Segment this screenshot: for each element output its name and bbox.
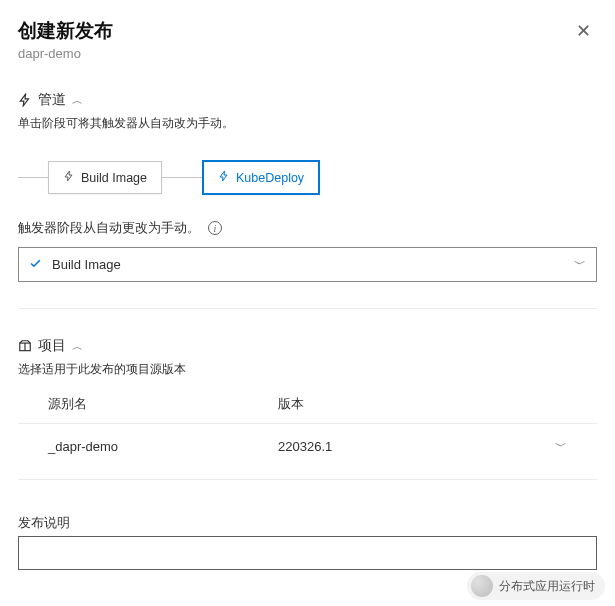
stage-label: KubeDeploy: [236, 171, 304, 185]
package-icon: [18, 339, 32, 353]
footer-badge: 分布式应用运行时: [467, 572, 605, 600]
release-desc-input[interactable]: [18, 536, 597, 570]
project-desc: 选择适用于此发布的项目源版本: [18, 361, 597, 378]
chevron-down-icon: ﹀: [574, 256, 586, 273]
version-cell: 220326.1: [278, 439, 537, 454]
chevron-down-icon[interactable]: ﹀: [555, 439, 567, 453]
project-section-header[interactable]: 项目 ︿: [18, 337, 597, 355]
chevron-up-icon: ︿: [72, 339, 83, 354]
bolt-icon: [18, 93, 32, 107]
col-version-header: 版本: [278, 396, 537, 413]
panel-subtitle: dapr-demo: [18, 46, 113, 61]
col-alias-header: 源别名: [48, 396, 278, 413]
trigger-change-label: 触发器阶段从自动更改为手动。: [18, 219, 200, 237]
panel-title: 创建新发布: [18, 18, 113, 44]
bolt-icon: [63, 170, 75, 185]
chevron-up-icon: ︿: [72, 93, 83, 108]
pipeline-stages: Build Image KubeDeploy: [18, 160, 597, 195]
check-icon: [29, 257, 42, 273]
bolt-icon: [218, 170, 230, 185]
stage-kubedeploy[interactable]: KubeDeploy: [202, 160, 320, 195]
pipeline-section-header[interactable]: 管道 ︿: [18, 91, 597, 109]
source-alias-cell: _dapr-demo: [48, 439, 278, 454]
close-icon[interactable]: ✕: [570, 18, 597, 44]
stage-build-image[interactable]: Build Image: [48, 161, 162, 194]
table-row[interactable]: _dapr-demo 220326.1 ﹀: [18, 424, 597, 469]
release-desc-label: 发布说明: [18, 514, 597, 532]
avatar: [471, 575, 493, 597]
pipeline-desc: 单击阶段可将其触发器从自动改为手动。: [18, 115, 597, 132]
trigger-stage-select[interactable]: Build Image ﹀: [18, 247, 597, 282]
info-icon[interactable]: i: [208, 221, 222, 235]
pipeline-label: 管道: [38, 91, 66, 109]
selected-stage-value: Build Image: [52, 257, 121, 272]
stage-label: Build Image: [81, 171, 147, 185]
project-label: 项目: [38, 337, 66, 355]
footer-badge-label: 分布式应用运行时: [499, 578, 595, 595]
